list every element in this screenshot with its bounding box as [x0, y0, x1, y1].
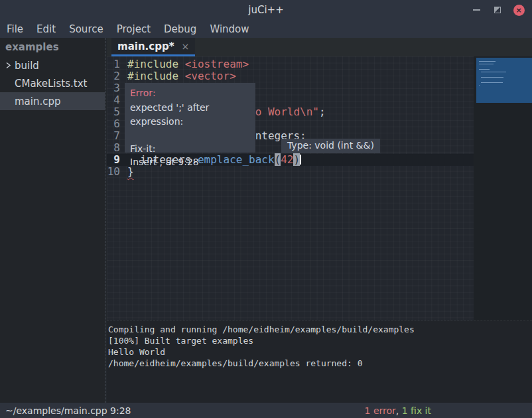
titlebar[interactable]: juCi++ ×	[0, 0, 532, 20]
chevron-right-icon[interactable]	[5, 62, 15, 69]
project-name-header: examples	[0, 38, 105, 56]
minimap-code-line	[481, 72, 506, 72]
console-line: [100%] Built target examples	[108, 335, 532, 346]
error-message: expected ';' after expression:	[130, 101, 250, 129]
statusbar: ~/examples/main.cpp 9:28 1 error, 1 fix …	[0, 403, 532, 418]
diagnostics-summary: 1 error, 1 fix it	[365, 405, 431, 416]
line-number: 9	[107, 154, 125, 166]
line-number: 2	[107, 70, 125, 82]
menu-item-edit[interactable]: Edit	[30, 20, 62, 38]
menu-item-file[interactable]: File	[0, 20, 30, 38]
minimap-code-line	[481, 82, 503, 83]
code-text: #include <iostream>	[127, 58, 249, 70]
minimap-code-line	[481, 77, 503, 78]
tabbar: main.cpp* ×	[107, 38, 532, 56]
error-title: Error:	[130, 86, 250, 100]
app-window: juCi++ × FileEditSourceProjectDebugWindo…	[0, 0, 532, 418]
tree-item-label: main.cpp	[15, 96, 61, 107]
minimap-code-line	[479, 69, 490, 70]
console-line: Compiling and running /home/eidheim/exam…	[108, 324, 532, 335]
restore-button[interactable]	[490, 2, 505, 18]
tree-item-label: build	[15, 60, 39, 72]
menu-item-window[interactable]: Window	[203, 20, 255, 38]
tree-item-cmakelists-txt[interactable]: CMakeLists.txt	[0, 74, 105, 92]
restore-icon	[494, 7, 501, 13]
line-number: 1	[107, 58, 125, 70]
error-count: 1 error	[365, 405, 396, 416]
diagnostic-tooltip: Error: expected ';' after expression: Fi…	[125, 83, 255, 153]
minimap[interactable]	[474, 56, 532, 320]
tree-item-label: CMakeLists.txt	[15, 78, 87, 90]
minimap-viewport[interactable]	[476, 58, 532, 103]
text-cursor	[300, 155, 301, 165]
build-output-console[interactable]: Compiling and running /home/eidheim/exam…	[107, 320, 532, 403]
menu-item-source[interactable]: Source	[62, 20, 110, 38]
line-number: 10	[107, 166, 125, 178]
tab-label: main.cpp*	[117, 40, 174, 52]
console-line: /home/eidheim/examples/build/examples re…	[108, 358, 532, 369]
minimap-code-line	[479, 64, 494, 64]
code-text: #include <vector>	[127, 70, 236, 82]
minimize-icon	[473, 9, 480, 11]
line-number: 4	[107, 94, 125, 106]
file-location: ~/examples/main.cpp 9:28	[0, 405, 131, 416]
menu-item-debug[interactable]: Debug	[157, 20, 203, 38]
fixit-title: Fix-it:	[130, 142, 250, 155]
tree-item-build[interactable]: build	[0, 56, 105, 74]
tree-item-main-cpp[interactable]: main.cpp	[0, 92, 105, 110]
fixit-message: Insert ; at 9:28	[130, 155, 250, 169]
close-button[interactable]: ×	[511, 2, 527, 18]
code-line-1[interactable]: 1#include <iostream>	[107, 58, 474, 70]
line-number: 3	[107, 82, 125, 94]
minimize-button[interactable]	[468, 2, 484, 18]
tab-close-icon[interactable]: ×	[181, 42, 189, 51]
file-tree-sidebar: examples buildCMakeLists.txtmain.cpp	[0, 38, 105, 403]
fixit-count: 1 fix it	[402, 405, 431, 416]
minimap-code-line	[479, 85, 480, 86]
console-line: Hello World	[108, 346, 532, 358]
minimap-code-line	[479, 61, 496, 62]
menu-item-project[interactable]: Project	[110, 20, 157, 38]
line-number: 8	[107, 142, 125, 154]
diag-separator: ,	[396, 405, 402, 416]
type-tooltip: Type: void (int &&)	[281, 139, 380, 153]
line-number: 6	[107, 118, 125, 130]
window-title: juCi++	[248, 4, 283, 16]
window-controls: ×	[468, 0, 527, 20]
close-icon: ×	[513, 5, 525, 16]
line-number: 5	[107, 106, 125, 118]
menubar: FileEditSourceProjectDebugWindow	[0, 20, 532, 38]
tab-main-cpp[interactable]: main.cpp* ×	[111, 38, 195, 56]
line-number: 7	[107, 130, 125, 142]
code-line-2[interactable]: 2#include <vector>	[107, 70, 474, 82]
